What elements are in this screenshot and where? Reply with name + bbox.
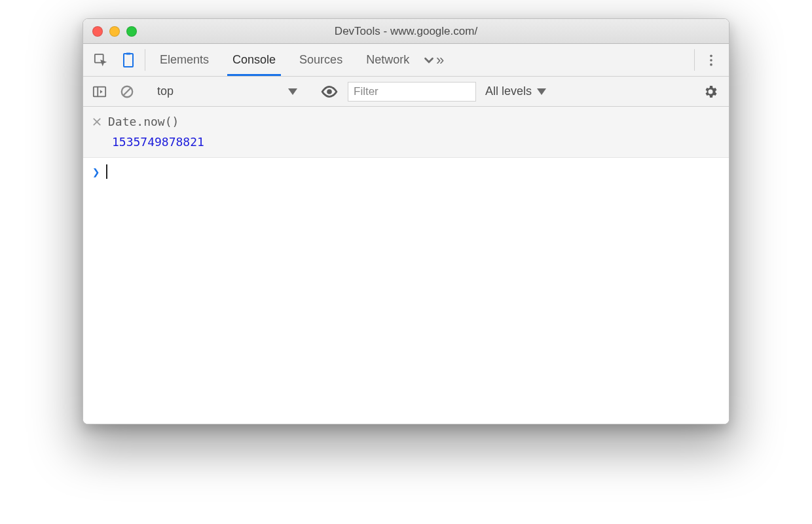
divider (694, 49, 695, 71)
console-output: Date.now() 1535749878821 ❯ (83, 107, 729, 424)
minimize-window-button[interactable] (109, 26, 120, 37)
toggle-drawer-icon[interactable] (88, 84, 111, 99)
zoom-window-button[interactable] (126, 26, 137, 37)
svg-point-3 (710, 54, 712, 57)
tab-console[interactable]: Console (221, 44, 287, 76)
tab-sources[interactable]: Sources (287, 44, 354, 76)
context-label: top (157, 84, 174, 98)
dropdown-caret-icon (537, 88, 546, 95)
window-title: DevTools - www.google.com/ (83, 25, 729, 38)
inspect-element-icon[interactable] (87, 44, 115, 76)
svg-point-10 (327, 89, 332, 94)
clear-entry-icon[interactable] (92, 117, 101, 126)
window-controls (83, 26, 137, 37)
svg-rect-6 (94, 86, 105, 96)
tab-network[interactable]: Network (354, 44, 421, 76)
tab-elements[interactable]: Elements (148, 44, 221, 76)
console-prompt[interactable]: ❯ (83, 158, 729, 185)
text-cursor (106, 164, 107, 179)
live-expression-icon[interactable] (316, 83, 342, 100)
svg-rect-1 (124, 54, 133, 67)
svg-line-9 (124, 88, 131, 95)
svg-point-4 (710, 59, 712, 62)
clear-console-icon[interactable] (116, 84, 138, 99)
console-result-text: 1535749878821 (92, 132, 720, 153)
main-toolbar: Elements Console Sources Network » (83, 44, 729, 77)
titlebar: DevTools - www.google.com/ (83, 19, 729, 44)
close-window-button[interactable] (92, 26, 103, 37)
prompt-caret-icon: ❯ (92, 164, 100, 179)
devtools-window: DevTools - www.google.com/ Elements Cons… (83, 18, 729, 424)
levels-label: All levels (485, 84, 532, 98)
console-entry: Date.now() 1535749878821 (83, 107, 729, 158)
kebab-menu-icon[interactable] (697, 44, 725, 76)
svg-point-5 (710, 63, 712, 66)
device-toolbar-icon[interactable] (115, 44, 142, 76)
console-input-text: Date.now() (108, 112, 179, 132)
log-levels-selector[interactable]: All levels (481, 84, 550, 98)
dropdown-caret-icon (288, 88, 297, 95)
divider (145, 49, 145, 71)
settings-gear-icon[interactable] (697, 84, 724, 100)
more-tabs-icon[interactable]: » (421, 44, 445, 76)
filter-input[interactable] (348, 82, 476, 102)
context-selector[interactable]: top (152, 84, 303, 98)
console-toolbar: top All levels (83, 77, 729, 107)
